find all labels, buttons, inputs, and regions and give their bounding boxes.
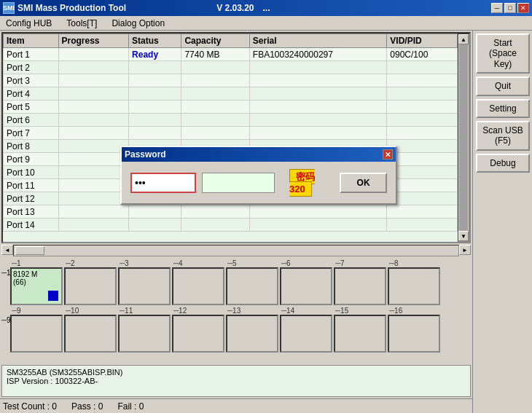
password-modal: Password ✕ 密码320 OK xyxy=(120,146,397,205)
modal-body: 密码320 OK xyxy=(122,162,396,203)
modal-close-button[interactable]: ✕ xyxy=(383,149,393,160)
modal-input-group xyxy=(130,173,275,193)
password-hint-input[interactable] xyxy=(202,173,275,193)
password-label: 密码320 xyxy=(289,169,315,197)
modal-title-bar: Password ✕ xyxy=(122,147,396,162)
ok-button[interactable]: OK xyxy=(340,173,387,193)
password-input[interactable] xyxy=(130,173,196,193)
modal-title: Password xyxy=(125,149,166,160)
modal-overlay: Password ✕ 密码320 OK xyxy=(0,0,532,413)
